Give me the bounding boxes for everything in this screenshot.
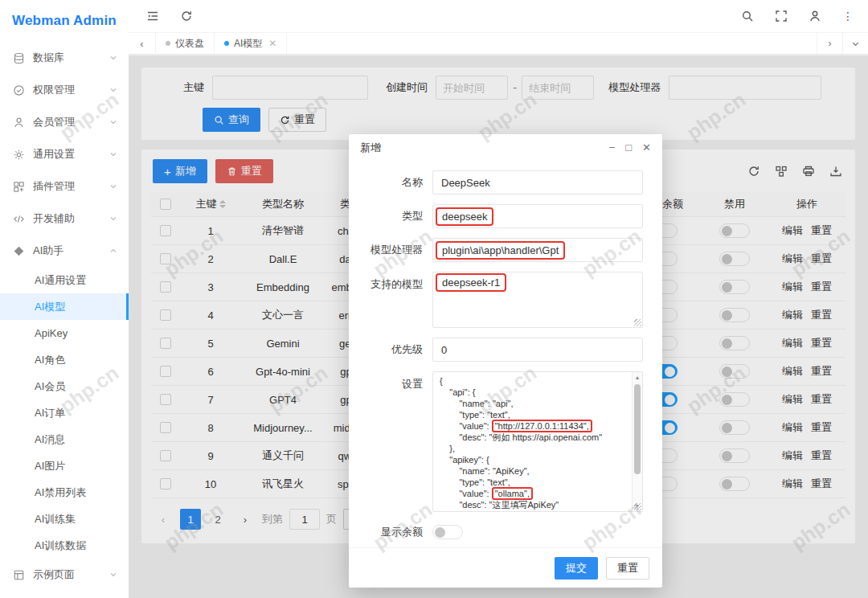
topbar-right: ⋮ [741, 10, 854, 23]
scrollbar-thumb[interactable] [634, 384, 641, 474]
dialog-controls: − □ ✕ [609, 142, 651, 153]
priority-label: 优先级 [355, 342, 423, 357]
show-balance-label: 显示余额 [355, 525, 423, 539]
sidebar-item-general[interactable]: 通用设置 [0, 138, 129, 170]
topbar-left [146, 10, 193, 23]
annotation-box: "http://127.0.0.1:11434", [492, 420, 592, 432]
dialog-body: 名称 DeepSeek 类型 deepseek 模型处理器 plugin\ai\… [349, 161, 662, 547]
chevron-down-icon [109, 215, 117, 223]
collapse-sidebar-icon[interactable] [146, 10, 159, 23]
name-input[interactable]: DeepSeek [432, 170, 643, 195]
sidebar-item-permission[interactable]: 权限管理 [0, 74, 129, 106]
tab-仪表盘[interactable]: 仪表盘 [156, 33, 215, 54]
sidebar-subitem-ai-role[interactable]: AI角色 [0, 346, 129, 373]
tabs-menu-icon[interactable] [842, 33, 868, 54]
pages-icon [13, 569, 25, 581]
sidebar-item-label: AI助手 [33, 244, 63, 258]
models-textarea[interactable]: deepseek-r1 [432, 272, 643, 328]
type-input[interactable]: deepseek [432, 204, 643, 228]
tab-label: AI模型 [234, 37, 262, 51]
modal-reset-button[interactable]: 重置 [606, 557, 649, 580]
sidebar-subitem-ai-traindata[interactable]: AI训练数据 [0, 532, 129, 559]
name-label: 名称 [355, 175, 423, 190]
sidebar-item-label: 通用设置 [33, 147, 75, 162]
chevron-down-icon [109, 182, 117, 190]
tabs-forward-icon[interactable]: › [817, 33, 842, 54]
dialog-footer: 提交 重置 [349, 547, 662, 588]
sidebar-subitem-ai-banlist[interactable]: AI禁用列表 [0, 479, 129, 506]
type-label: 类型 [355, 209, 423, 223]
sidebar-item-member[interactable]: 会员管理 [0, 106, 129, 138]
diamond-icon [13, 245, 25, 257]
priority-input[interactable]: 0 [432, 338, 643, 362]
more-menu-icon[interactable]: ⋮ [842, 10, 854, 23]
sidebar: Webman Admin 数据库权限管理会员管理通用设置插件管理开发辅助AI助手… [0, 0, 129, 598]
gear-icon [13, 149, 25, 161]
minimize-icon[interactable]: − [609, 142, 616, 153]
user-icon[interactable] [809, 10, 821, 23]
chevron-down-icon [109, 571, 117, 579]
scrollbar[interactable]: ▲ ▼ [632, 372, 642, 511]
tabs-back-icon[interactable]: ‹ [129, 33, 156, 55]
sidebar-item-label: 示例页面 [33, 567, 75, 582]
chevron-down-icon [109, 118, 117, 126]
scroll-up-icon[interactable]: ▲ [633, 375, 642, 380]
sidebar-subitem-ai-image[interactable]: AI图片 [0, 453, 129, 479]
dialog-titlebar: 新增 − □ ✕ [349, 134, 662, 161]
chevron-down-icon [109, 54, 117, 62]
resize-handle[interactable] [634, 503, 641, 510]
annotation-box: plugin\ai\app\handler\Gpt [436, 241, 565, 260]
person-icon [13, 117, 25, 129]
chevron-up-icon [109, 247, 117, 255]
sidebar-item-label: 会员管理 [33, 115, 75, 129]
tab-close-icon[interactable]: ✕ [268, 38, 276, 49]
sidebar-subitem-apikey[interactable]: ApiKey [0, 320, 129, 346]
app-logo[interactable]: Webman Admin [0, 0, 129, 42]
sidebar-item-plugin[interactable]: 插件管理 [0, 170, 129, 203]
refresh-page-icon[interactable] [180, 10, 193, 23]
resize-handle[interactable] [634, 319, 641, 326]
sidebar-item-label: 开发辅助 [33, 211, 75, 226]
annotation-box: deepseek-r1 [436, 273, 506, 292]
tabbar: ‹ 仪表盘AI模型✕ › [129, 32, 868, 55]
shield-check-icon [13, 84, 25, 96]
handler-field-input[interactable]: plugin\ai\app\handler\Gpt [432, 238, 643, 262]
tabbar-right: › [817, 33, 868, 54]
close-icon[interactable]: ✕ [642, 142, 651, 153]
annotation-box: "ollama", [492, 487, 533, 500]
sidebar-item-label: 数据库 [33, 51, 64, 65]
models-label: 支持的模型 [355, 277, 423, 292]
chevron-down-icon [109, 150, 117, 158]
dialog-title: 新增 [360, 141, 381, 155]
maximize-icon[interactable]: □ [625, 142, 632, 153]
sidebar-item-database[interactable]: 数据库 [0, 42, 129, 74]
tab-label: 仪表盘 [175, 37, 204, 51]
fullscreen-icon[interactable] [775, 10, 788, 23]
sidebar-item-ai[interactable]: AI助手 [0, 235, 129, 267]
annotation-box: deepseek [436, 207, 493, 226]
settings-label: 设置 [355, 377, 423, 391]
database-icon [13, 52, 25, 64]
plugin-icon [13, 181, 25, 193]
sidebar-subitem-ai-trainset[interactable]: AI训练集 [0, 506, 129, 532]
app-root: Webman Admin 数据库权限管理会员管理通用设置插件管理开发辅助AI助手… [0, 0, 868, 598]
tab-AI模型[interactable]: AI模型✕ [215, 33, 287, 54]
topbar: ⋮ [129, 0, 868, 32]
add-model-dialog: 新增 − □ ✕ 名称 DeepSeek 类型 deepseek 模型处理器 p… [349, 134, 662, 588]
settings-textarea[interactable]: { "api": { "name": "api", "type": "text"… [432, 371, 643, 512]
sidebar-item-example[interactable]: 示例页面 [0, 559, 129, 591]
sidebar-nav: 数据库权限管理会员管理通用设置插件管理开发辅助AI助手AI通用设置AI模型Api… [0, 42, 129, 591]
show-balance-toggle[interactable] [432, 525, 463, 539]
tab-list: 仪表盘AI模型✕ [156, 33, 287, 54]
sidebar-item-dev[interactable]: 开发辅助 [0, 203, 129, 235]
chevron-down-icon [109, 86, 117, 94]
sidebar-subitem-ai-message[interactable]: AI消息 [0, 426, 129, 453]
sidebar-subitem-ai-member[interactable]: AI会员 [0, 373, 129, 399]
sidebar-item-label: 权限管理 [33, 83, 75, 97]
search-icon[interactable] [741, 10, 754, 23]
sidebar-subitem-ai-model[interactable]: AI模型 [0, 293, 129, 320]
sidebar-subitem-ai-general[interactable]: AI通用设置 [0, 267, 129, 293]
sidebar-item-label: 插件管理 [33, 179, 75, 194]
submit-button[interactable]: 提交 [555, 557, 598, 580]
sidebar-subitem-ai-order[interactable]: AI订单 [0, 399, 129, 426]
